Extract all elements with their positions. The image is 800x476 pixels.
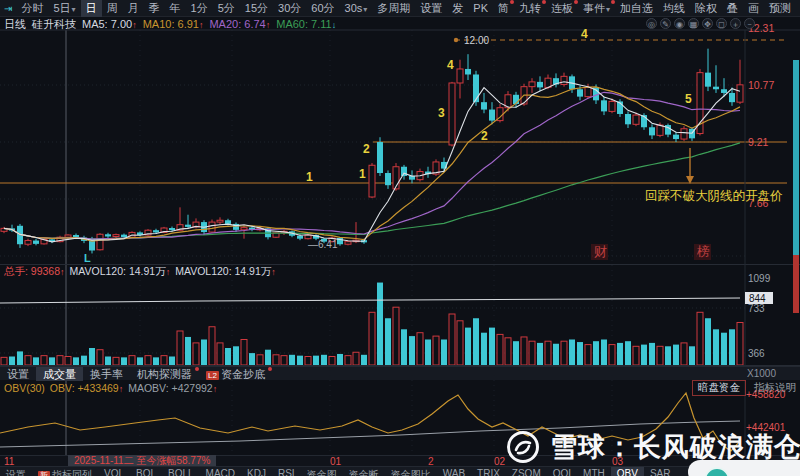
mavol-line: [0, 298, 740, 303]
indicator-tab-5[interactable]: MACD: [200, 467, 241, 476]
lock-icon[interactable]: ◻: [716, 18, 727, 29]
mavol2-value: 14.91万: [235, 265, 272, 277]
maobv-label: MAOBV:: [128, 382, 168, 394]
right-edge-strip: [793, 60, 799, 313]
indicator-tab-7[interactable]: RSI: [272, 467, 301, 476]
indicator-tab-10[interactable]: 资金图比: [385, 467, 437, 476]
up-arrow-icon: ↑: [119, 384, 124, 394]
indicator-tab-2[interactable]: VOL: [98, 467, 130, 476]
subpanel-tab-4[interactable]: L2资金抄底: [199, 367, 272, 381]
subpanel-tab-3[interactable]: 机构探测器: [130, 367, 199, 381]
svg-text:1: 1: [306, 170, 313, 184]
indicator-tab-9[interactable]: 资金断: [343, 467, 385, 476]
obv-axis-labels: +458820+442401: [746, 389, 786, 433]
svg-text:844: 844: [749, 293, 766, 304]
svg-text:366: 366: [748, 348, 765, 359]
subpanel-tab-bar: X1000 设置成交量换手率机构探测器L2资金抄底: [0, 366, 800, 380]
subpanel-tab-0[interactable]: 设置: [0, 367, 36, 381]
mavol2-label: MAVOL120:: [175, 265, 231, 277]
indicator-tab-12[interactable]: TRIX: [471, 467, 506, 476]
indicator-tab-16[interactable]: OBV: [611, 467, 644, 476]
indicator-tab-3[interactable]: BOL: [130, 467, 162, 476]
svg-text:—6.41: —6.41: [308, 239, 338, 250]
svg-text:1099: 1099: [748, 273, 771, 284]
target-icon[interactable]: ◎: [646, 18, 657, 29]
indicator-tab-4[interactable]: BOLL: [162, 467, 200, 476]
indicator-help-button[interactable]: 指标说明: [754, 381, 796, 395]
grid-icon[interactable]: ▦: [688, 18, 699, 29]
volume-header: 总手: 99368↑ MAVOL120: 14.91万↑ MAVOL120: 1…: [4, 266, 276, 278]
badge: L2: [206, 371, 219, 380]
up-arrow-icon: ↑: [271, 267, 276, 277]
obv-label: OBV:: [50, 382, 75, 394]
indicator-tab-11[interactable]: WAB: [437, 467, 471, 476]
zongshou-label: 总手:: [4, 265, 28, 277]
svg-text:12.00: 12.00: [464, 35, 489, 46]
chart-canvas[interactable]: 12.0012.3110.779.217.661099733366844+458…: [0, 0, 800, 476]
zoom-out-icon[interactable]: －: [744, 18, 755, 29]
indicator-tab-15[interactable]: MTH: [577, 467, 611, 476]
up-arrow-icon: ↑: [166, 267, 171, 277]
ma-lines: [4, 82, 740, 242]
eye-icon[interactable]: ◉: [674, 18, 685, 29]
up-arrow-icon: ↑: [213, 384, 218, 394]
pencil-icon[interactable]: ✎: [660, 18, 671, 29]
xueqiu-logo-icon: [505, 429, 541, 465]
svg-text:回踩不破大阴线的开盘价: 回踩不破大阴线的开盘价: [645, 189, 783, 203]
dark-pool-funds-button[interactable]: 暗盘资金: [692, 380, 746, 396]
mavol1-label: MAVOL120:: [70, 265, 126, 277]
svg-text:榜: 榜: [696, 244, 710, 259]
zoom-in-icon[interactable]: ＋: [730, 18, 741, 29]
up-arrow-icon: ↑: [60, 267, 65, 277]
obv-value: +433469: [77, 382, 118, 394]
watermark-text: 雪球：长风破浪满仓红: [550, 429, 800, 465]
app-window: ⇥ 分时5日▾日周月季年1分5分15分30分60分30s▾多周期设置 发PK简九…: [0, 0, 800, 476]
subpanel-tab-2[interactable]: 换手率: [83, 367, 130, 381]
obv-header: OBV(30) OBV: +433469↑ MAOBV: +427992↑ 暗盘…: [4, 381, 796, 394]
indicator-tab-13[interactable]: ZSQM: [506, 467, 547, 476]
svg-text:5: 5: [685, 92, 692, 106]
svg-text:2: 2: [363, 142, 370, 156]
mavol1-value: 14.91万: [129, 265, 166, 277]
indicator-tab-14[interactable]: QQI: [547, 467, 577, 476]
avatar: [704, 467, 730, 476]
svg-text:4: 4: [447, 58, 454, 72]
svg-text:财: 财: [594, 244, 607, 259]
svg-text:9.21: 9.21: [748, 136, 769, 148]
notification-dot: [268, 367, 272, 371]
svg-text:733: 733: [748, 303, 765, 314]
svg-text:2: 2: [481, 129, 488, 143]
indicator-tab-17[interactable]: SAR: [644, 467, 677, 476]
svg-text:1: 1: [359, 167, 366, 181]
volume-axis-labels: 1099733366844: [745, 273, 773, 359]
subpanel-tab-1[interactable]: 成交量: [36, 367, 83, 381]
watermark: 雪球：长风破浪满仓红: [505, 429, 800, 465]
volume-unit-label: X1000: [747, 368, 776, 379]
maobv-value: +427992: [172, 382, 213, 394]
candlesticks: [1, 49, 743, 254]
price-axis-labels: 12.3110.779.217.66: [748, 22, 774, 209]
badge: 新: [38, 471, 50, 476]
obv-indicator-name: OBV(30): [4, 382, 45, 394]
indicator-tab-6[interactable]: KDJ: [241, 467, 272, 476]
indicator-tab-0[interactable]: 设置: [0, 467, 32, 476]
hand-icon[interactable]: ✥: [702, 18, 713, 29]
indicator-tab-1[interactable]: 新指标同列: [32, 467, 98, 476]
svg-text:4: 4: [581, 27, 588, 41]
svg-text:3: 3: [438, 106, 445, 120]
indicator-tab-bar: 设置新指标同列VOLBOLBOLLMACDKDJRSI资金图资金断资金图比WAB…: [0, 466, 800, 476]
chart-tool-icons: ◎✎◉▦✥◻＋－: [646, 18, 755, 29]
indicator-tab-8[interactable]: 资金图: [301, 467, 343, 476]
svg-text:L: L: [84, 252, 91, 264]
zongshou-value: 99368: [31, 265, 60, 277]
svg-text:10.77: 10.77: [748, 79, 774, 91]
